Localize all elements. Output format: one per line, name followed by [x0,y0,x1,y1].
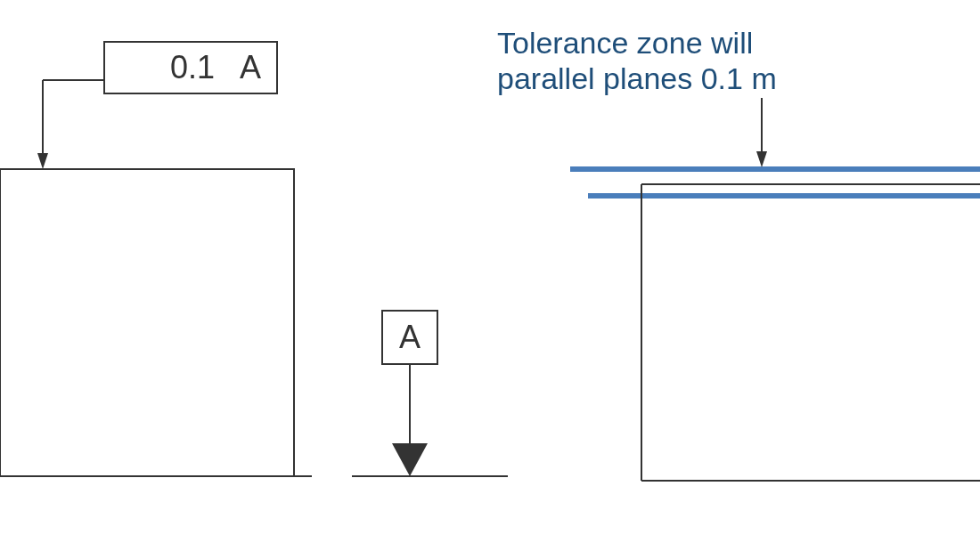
annotation-arrowhead [756,151,767,167]
left-block [0,169,294,476]
annotation-line1: Tolerance zone will [497,25,753,61]
fcf-symbol-cell: // [103,41,162,94]
fcf-tolerance-value: 0.1 [170,49,215,86]
datum-label-text: A [399,319,421,356]
fcf-datum-letter: A [240,49,261,86]
fcf-tolerance-cell: 0.1 [160,41,226,94]
diagram-container: // 0.1 A A Tolerance zone will parallel … [0,0,980,551]
annotation-line2: parallel planes 0.1 m [497,61,777,97]
fcf-datum-cell: A [225,41,278,94]
datum-label-box: A [381,310,438,365]
datum-triangle [392,443,428,476]
fcf-leader-arrowhead [37,153,48,169]
